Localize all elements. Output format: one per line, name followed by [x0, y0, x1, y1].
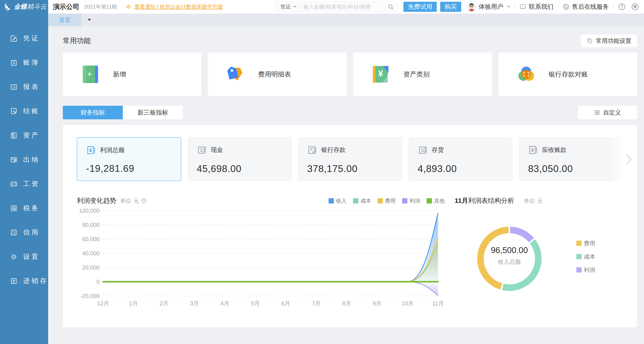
legend-other[interactable]: 其他	[427, 197, 444, 204]
metric-receivables[interactable]: 应收账款 83,050.00	[519, 137, 623, 181]
chevron-right-icon[interactable]	[626, 153, 632, 166]
profit-structure-chart: 11月利润表结构分析 单位: 元 96,500.00 收入总额 费用	[444, 196, 623, 308]
legend-expense[interactable]: 费用	[576, 240, 595, 247]
card-new[interactable]: 新增	[63, 52, 202, 96]
legend-swatch	[576, 241, 582, 246]
chat-icon	[519, 3, 527, 10]
search-input[interactable]	[304, 4, 388, 10]
asset-book-icon: ¥	[372, 65, 390, 83]
sidebar-item-cashier[interactable]: 出纳	[0, 148, 48, 172]
svg-text:3月: 3月	[190, 300, 199, 307]
sidebar: 金蝶精斗云 凭证 账簿 报表 结账 资产	[0, 0, 48, 344]
legend-swatch	[576, 267, 582, 273]
chevron-down-icon	[88, 19, 91, 21]
donut-legend: 费用 成本 利润	[576, 240, 595, 274]
donut-center: 96,500.00 收入总额	[455, 246, 564, 266]
payroll-icon	[10, 180, 18, 188]
free-trial-button[interactable]: 免费试用	[404, 2, 437, 12]
metric-cash[interactable]: 现金 45,698.00	[188, 137, 292, 181]
question-icon[interactable]	[618, 3, 626, 11]
speaker-icon	[126, 3, 132, 10]
svg-text:40,000: 40,000	[82, 250, 100, 257]
sidebar-item-tax[interactable]: 税务	[0, 196, 48, 220]
metric-bank-deposit[interactable]: 银行存款 378,175.00	[298, 137, 402, 181]
sidebar-item-report[interactable]: 报表	[0, 75, 48, 99]
user-avatar[interactable]	[467, 2, 476, 11]
svg-text:11月: 11月	[432, 300, 444, 307]
svg-text:7月: 7月	[312, 300, 320, 307]
card-expense-detail[interactable]: 费用明细表	[208, 52, 346, 96]
legend-cost[interactable]: 成本	[576, 253, 595, 261]
credit-icon	[10, 229, 18, 236]
buy-button[interactable]: 购买	[440, 2, 461, 12]
profit-trend-chart: 利润变化趋势 单位: 元 收入 成本 费用 利润 其他 -20,000020,0…	[77, 196, 444, 308]
sidebar-item-voucher[interactable]: 凭证	[0, 26, 48, 50]
new-book-icon	[82, 65, 100, 83]
metric-inventory[interactable]: 存货 4,893.00	[409, 137, 513, 181]
tab-dropdown-button[interactable]	[82, 13, 95, 26]
notice-link[interactable]: 重要通知 | 杭州云会计数据库硬件升级	[134, 3, 223, 10]
legend-profit[interactable]: 利润	[402, 197, 420, 204]
card-bank-reconciliation[interactable]: 银行存款对账	[498, 52, 637, 96]
svg-text:2月: 2月	[160, 300, 168, 307]
legend-cost[interactable]: 成本	[353, 197, 371, 204]
brand-logo[interactable]: 金蝶精斗云	[0, 0, 48, 13]
legend-income[interactable]: 收入	[328, 197, 346, 204]
search-category[interactable]: 凭证	[280, 3, 291, 10]
donut-center-value: 96,500.00	[455, 246, 564, 255]
legend-swatch	[378, 198, 383, 203]
sidebar-item-payroll[interactable]: 工资	[0, 172, 48, 196]
metric-total-profit[interactable]: 利润总额 -19,281.69	[77, 137, 181, 181]
svg-text:8月: 8月	[342, 300, 351, 307]
donut-title: 11月利润表结构分析	[455, 196, 514, 205]
metric-value: -19,281.69	[86, 163, 181, 174]
accounting-period: 2021年第11期	[84, 3, 117, 10]
legend-swatch	[353, 198, 358, 203]
sidebar-item-credit[interactable]: 信用	[0, 220, 48, 245]
legend-swatch	[576, 254, 582, 259]
sidebar-item-ledger[interactable]: 账簿	[0, 50, 48, 75]
tshirt-icon[interactable]	[631, 3, 639, 11]
sidebar-item-asset[interactable]: 资产	[0, 123, 48, 148]
metric-value: 45,698.00	[197, 163, 292, 174]
tax-icon	[10, 204, 18, 212]
bank-reconcile-icon	[517, 65, 536, 83]
user-menu[interactable]: 体验用户	[479, 3, 510, 11]
brand-name: 金蝶精斗云	[14, 2, 47, 11]
customize-button[interactable]: 自定义	[578, 106, 637, 119]
help-icon[interactable]	[141, 198, 147, 204]
legend-profit[interactable]: 利润	[576, 266, 595, 274]
svg-text:100,000: 100,000	[79, 207, 100, 214]
quick-functions-title: 常用功能	[63, 36, 91, 46]
search-box[interactable]: 凭证	[274, 2, 398, 12]
contact-us-link[interactable]: 联系我们	[519, 3, 554, 11]
search-icon[interactable]	[388, 3, 394, 10]
svg-text:9月: 9月	[373, 300, 382, 307]
metric-value: 83,050.00	[528, 163, 623, 174]
after-sales-service-link[interactable]: 售后在线服务	[562, 3, 609, 11]
price-tags-icon	[226, 65, 245, 83]
svg-text:6月: 6月	[281, 300, 290, 307]
sidebar-item-inventory[interactable]: 进销存	[0, 269, 48, 293]
svg-text:12月: 12月	[97, 300, 109, 307]
line-chart-canvas[interactable]: -20,000020,00040,00060,00080,000100,0001…	[77, 205, 444, 308]
svg-text:60,000: 60,000	[82, 236, 100, 242]
tab-neeq-indicators[interactable]: 新三板指标	[123, 106, 183, 119]
tab-financial-indicators[interactable]: 财务指标	[63, 106, 123, 119]
grid-icon	[594, 110, 600, 116]
svg-text:20,000: 20,000	[82, 264, 100, 271]
legend-expense[interactable]: 费用	[378, 197, 396, 204]
chart-legend: 收入 成本 费用 利润 其他	[328, 197, 444, 204]
cash-drawer-icon	[418, 145, 428, 155]
sidebar-item-settings[interactable]: 设置	[0, 245, 48, 269]
app-screen: 金蝶精斗云 凭证 账簿 报表 结账 资产	[0, 0, 644, 344]
cashier-icon	[10, 156, 18, 164]
asset-icon	[10, 132, 18, 139]
quick-functions-settings-button[interactable]: 常用功能设置	[581, 34, 637, 47]
tab-home[interactable]: 首页	[48, 13, 82, 26]
card-asset-category[interactable]: ¥ 资产类别	[353, 52, 492, 96]
closing-icon	[10, 108, 18, 115]
chevron-down-icon[interactable]	[293, 6, 296, 8]
chart-unit: 单位: 元	[120, 197, 139, 204]
sidebar-item-closing[interactable]: 结账	[0, 99, 48, 123]
